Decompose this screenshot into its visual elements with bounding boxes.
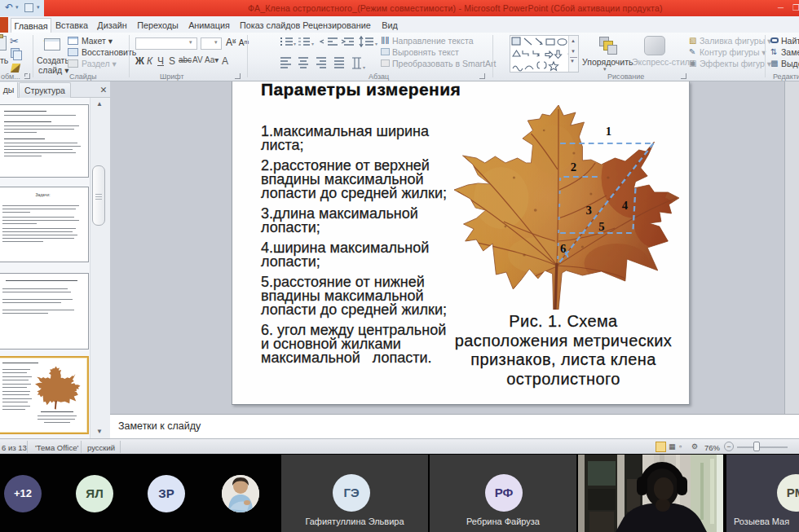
svg-text:3: 3 xyxy=(586,204,592,217)
svg-text:1: 1 xyxy=(606,125,611,138)
svg-text:▾: ▾ xyxy=(375,42,377,46)
svg-text:5: 5 xyxy=(598,220,604,233)
svg-text:▾: ▾ xyxy=(294,42,296,46)
svg-text:2: 2 xyxy=(571,160,576,174)
svg-text:6: 6 xyxy=(560,242,566,255)
svg-text:4: 4 xyxy=(622,199,628,212)
svg-text:▾: ▾ xyxy=(311,42,314,46)
svg-text:▾: ▾ xyxy=(363,65,365,70)
